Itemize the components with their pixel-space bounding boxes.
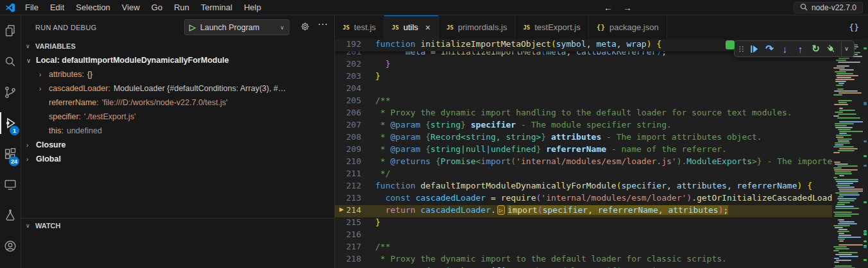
code-text: * Proxy the dynamic import to the defaul…: [375, 254, 832, 266]
code-line-217[interactable]: 217/**: [335, 242, 832, 254]
back-arrow-icon[interactable]: ←: [604, 3, 613, 13]
activity-testing-icon[interactable]: [0, 200, 21, 231]
variable-row[interactable]: ›Closure: [21, 138, 334, 152]
restart-icon[interactable]: ↻: [808, 42, 823, 56]
tab-label: utils: [404, 22, 418, 32]
variable-row[interactable]: ›attributes:{}: [21, 67, 334, 81]
variable-row[interactable]: referrerName:'file:///D:/works/node-v22.…: [21, 96, 334, 110]
activity-remote-explorer-icon[interactable]: [0, 169, 21, 200]
code-line-204[interactable]: 204: [335, 83, 832, 96]
line-number[interactable]: 192: [335, 39, 375, 51]
code-line-214[interactable]: 214▶ return cascadedLoader.▷import(speci…: [335, 205, 832, 217]
code-line-210[interactable]: 210 * @returns {Promise<import('internal…: [335, 156, 832, 169]
code-line-213[interactable]: 213 const cascadedLoader = require('inte…: [335, 193, 832, 205]
twisty-icon[interactable]: ›: [39, 71, 49, 78]
step-out-icon[interactable]: ↑: [793, 42, 808, 56]
gripper-icon[interactable]: [737, 42, 746, 56]
line-number[interactable]: 207: [335, 120, 375, 132]
line-number[interactable]: 213: [335, 193, 375, 205]
start-debugging-icon[interactable]: ▷: [189, 22, 196, 32]
inline-breakpoint-icon[interactable]: ▷: [497, 205, 505, 215]
line-number[interactable]: 210: [335, 156, 375, 169]
tab-utils[interactable]: JSutils×: [384, 15, 439, 39]
watch-section-header[interactable]: ∨ WATCH: [21, 219, 334, 233]
menu-item-view[interactable]: View: [116, 0, 146, 15]
tab-primordials.js[interactable]: JSprimordials.js: [439, 15, 515, 39]
menu-item-selection[interactable]: Selection: [70, 0, 115, 15]
code-line-215[interactable]: 215}: [335, 217, 832, 230]
forward-arrow-icon[interactable]: →: [623, 3, 632, 13]
line-number[interactable]: 217: [335, 242, 375, 254]
variable-row[interactable]: ∨Local: defaultImportModuleDynamicallyFo…: [21, 53, 334, 67]
twisty-icon[interactable]: ›: [26, 142, 36, 149]
code-line-202[interactable]: 202 }: [335, 59, 832, 71]
menu-item-go[interactable]: Go: [146, 0, 168, 15]
code-line-218[interactable]: 218 * Proxy the dynamic import to the de…: [335, 254, 832, 266]
line-number[interactable]: 218: [335, 254, 375, 266]
line-number[interactable]: 202: [335, 59, 375, 71]
code-line-205[interactable]: 205/**: [335, 96, 832, 108]
chevron-icon[interactable]: ∨: [841, 42, 851, 56]
activity-bar: 124: [0, 15, 21, 268]
more-actions-icon[interactable]: ⋯: [318, 18, 328, 30]
command-center-search[interactable]: node-v22.7.0: [794, 2, 863, 13]
tab-test.js[interactable]: JStest.js: [335, 15, 384, 39]
variable-row[interactable]: ›Global: [21, 152, 334, 166]
code-line-216[interactable]: 216: [335, 230, 832, 242]
line-number[interactable]: 203: [335, 71, 375, 83]
gear-icon[interactable]: [300, 22, 310, 34]
line-number[interactable]: 214▶: [335, 205, 375, 217]
twisty-icon[interactable]: ∨: [26, 57, 36, 64]
editor-actions-braces-icon[interactable]: {}: [849, 15, 868, 39]
variable-row[interactable]: ›cascadedLoader:ModuleLoader {#defaultCo…: [21, 81, 334, 96]
activity-search-icon[interactable]: [0, 46, 21, 77]
menu-item-terminal[interactable]: Terminal: [195, 0, 238, 15]
menu-item-file[interactable]: File: [19, 0, 44, 15]
step-into-icon[interactable]: ↓: [778, 42, 792, 56]
continue-icon[interactable]: [747, 42, 762, 56]
sidebar-run-and-debug: RUN AND DEBUG ▷ Launch Program ∨ ⋯ ∨ VAR…: [21, 15, 335, 268]
activity-run-and-debug-icon[interactable]: 1: [0, 108, 21, 138]
tab-testExport.js[interactable]: JStestExport.js: [515, 15, 588, 39]
activity-accounts-icon[interactable]: [0, 231, 21, 262]
line-number[interactable]: 208: [335, 132, 375, 144]
twisty-icon[interactable]: ›: [39, 85, 49, 92]
line-number[interactable]: 211: [335, 169, 375, 181]
line-number[interactable]: 216: [335, 230, 375, 242]
line-number[interactable]: 215: [335, 217, 375, 230]
activity-source-control-icon[interactable]: [0, 77, 21, 108]
variable-row[interactable]: specifier:'./testExport.js': [21, 110, 334, 124]
code-line-207[interactable]: 207 * @param {string} specifier - The mo…: [335, 120, 832, 132]
line-number[interactable]: 209: [335, 144, 375, 156]
line-number[interactable]: 206: [335, 108, 375, 120]
variables-section-header[interactable]: ∨ VARIABLES: [21, 39, 334, 53]
line-number[interactable]: 204: [335, 83, 375, 96]
code-editor[interactable]: 201 meta = initializeImportMeta(meta, ca…: [335, 39, 868, 268]
menu-item-help[interactable]: Help: [238, 0, 267, 15]
line-number[interactable]: 205: [335, 96, 375, 108]
code-line-203[interactable]: 203}: [335, 71, 832, 83]
variable-row[interactable]: this:undefined: [21, 124, 334, 138]
tab-package.json[interactable]: {}package.json: [589, 15, 667, 39]
code-line-208[interactable]: 208 * @param {Record<string, string>} at…: [335, 132, 832, 144]
disconnect-icon[interactable]: [824, 42, 838, 56]
minimap[interactable]: [832, 39, 863, 268]
code-lines: 201 meta = initializeImportMeta(meta, ca…: [335, 47, 832, 268]
launch-config-dropdown[interactable]: ▷ Launch Program ∨: [184, 19, 289, 35]
activity-extensions-icon[interactable]: 24: [0, 138, 21, 169]
code-line-212[interactable]: 212function defaultImportModuleDynamical…: [335, 181, 832, 193]
code-line-209[interactable]: 209 * @param {string|null|undefined} ref…: [335, 144, 832, 156]
tab-label: primordials.js: [458, 22, 507, 32]
menu-item-edit[interactable]: Edit: [44, 0, 70, 15]
overview-ruler[interactable]: [863, 39, 868, 268]
line-number[interactable]: 212: [335, 181, 375, 193]
menu-item-run[interactable]: Run: [168, 0, 195, 15]
vscode-logo-icon: [5, 3, 15, 13]
step-over-icon[interactable]: ↷: [762, 42, 777, 56]
code-text: * @returns {Promise<import('internal/mod…: [375, 156, 832, 169]
activity-explorer-icon[interactable]: [0, 15, 21, 46]
code-line-206[interactable]: 206 * Proxy the dynamic import handling …: [335, 108, 832, 120]
close-icon[interactable]: ×: [425, 22, 430, 33]
code-line-211[interactable]: 211 */: [335, 169, 832, 181]
twisty-icon[interactable]: ›: [26, 156, 36, 163]
